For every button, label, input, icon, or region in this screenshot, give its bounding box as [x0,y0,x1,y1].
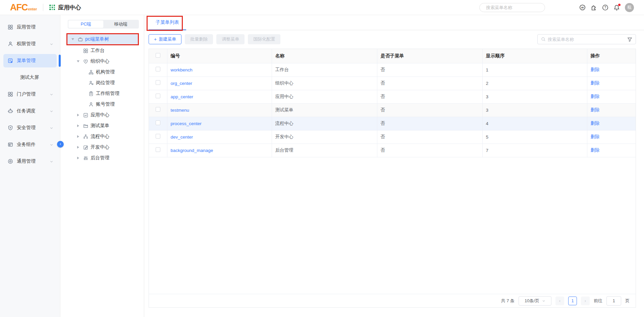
menu-code-link[interactable]: workbench [167,63,272,76]
tab-pc[interactable]: PC端 [68,20,103,28]
delete-link[interactable]: 删除 [587,130,636,144]
caret-right-icon[interactable] [76,135,80,138]
tree-node-label: 流程中心 [91,134,109,140]
help-icon[interactable]: ? [602,4,608,11]
menu-tree-panel: PC端 移动端 pc端菜单树 工作台 [60,15,144,317]
tree-node-test-menu[interactable]: 测试菜单 [60,120,144,131]
delete-link[interactable]: 删除 [587,117,636,130]
tree-node-workgroup-management[interactable]: 工作组管理 [60,88,144,99]
sliders-icon [83,156,88,161]
tab-mobile-label: 移动端 [114,21,127,27]
new-menu-button[interactable]: + 新建菜单 [149,34,181,44]
tree-node-workbench[interactable]: 工作台 [60,45,144,56]
tree-node-app-center[interactable]: 应用中心 [60,110,144,120]
display-order-value: 3 [482,90,587,103]
row-checkbox[interactable] [156,120,160,125]
tree-node-position-management[interactable]: 岗位管理 [60,77,144,88]
notification-bell-icon[interactable] [613,4,620,11]
next-page-button[interactable]: › [581,297,590,305]
sidebar-item-label: 安全管理 [17,125,50,131]
tree-node-dev-center[interactable]: 开发中心 [60,142,144,153]
tree-node-backend-management[interactable]: 后台管理 [60,153,144,163]
sidebar-collapse-button[interactable]: ‹ [57,141,64,148]
prev-page-button[interactable]: ‹ [555,297,564,305]
plugin-puzzle-icon[interactable] [591,4,597,11]
delete-link[interactable]: 删除 [587,103,636,117]
sidebar-item-security-management[interactable]: 安全管理 [3,121,57,135]
caret-right-icon[interactable] [76,114,80,116]
header-search-input[interactable] [486,5,545,10]
row-checkbox[interactable] [156,94,160,98]
menu-code-link[interactable]: dev_center [167,130,272,144]
select-all-checkbox[interactable] [156,53,160,58]
tree-node-process-center[interactable]: 流程中心 [60,131,144,142]
menu-code-link[interactable]: app_center [167,90,272,103]
display-order-value: 7 [482,144,587,157]
main-content: 子菜单列表 + 新建菜单 批量删除 调整菜单 国际化配置 [144,15,644,317]
batch-delete-button[interactable]: 批量删除 [185,34,213,44]
chevron-down-icon [50,160,53,163]
row-checkbox[interactable] [156,80,160,85]
sidebar-item-app-management[interactable]: 应用管理 [3,20,57,34]
afcenter-logo[interactable]: AFC enter [10,2,37,13]
sidebar-item-label: 门户管理 [17,91,50,97]
menu-code-link[interactable]: org_center [167,76,272,90]
is-submenu-value: 否 [377,63,482,76]
caret-down-icon[interactable] [70,38,75,40]
tree-node-institution-management[interactable]: 机构管理 [60,67,144,77]
delete-link[interactable]: 删除 [587,76,636,90]
delete-link[interactable]: 删除 [587,144,636,157]
row-checkbox[interactable] [156,134,160,139]
col-header-code: 编号 [167,49,272,63]
ai-assistant-icon[interactable]: AI [579,4,586,11]
caret-right-icon[interactable] [76,124,80,127]
menu-code-link[interactable]: background_manage [167,144,272,157]
filter-funnel-icon[interactable] [627,37,632,42]
tree-node-org-center[interactable]: 组织中心 [60,56,144,67]
apps-grid-icon [8,24,13,30]
row-checkbox[interactable] [156,107,160,112]
tree-root-pc-menu-tree[interactable]: pc端菜单树 [67,34,138,44]
delete-link[interactable]: 删除 [587,63,636,76]
caret-right-icon[interactable] [76,157,80,159]
chevron-down-icon [542,299,545,303]
app-title-text: 应用中心 [58,4,81,11]
sidebar-item-test-screen[interactable]: 测试大屏 [3,71,57,84]
header-search[interactable] [479,3,545,12]
new-menu-label: 新建菜单 [159,36,176,42]
table-row: process_center 流程中心 否 4 删除 [149,117,636,130]
table-row: testmenu 测试菜单 否 3 删除 [149,103,636,117]
sidebar-item-general-management[interactable]: 通用管理 [3,155,57,168]
menu-name: 工作台 [272,63,377,76]
sidebar-item-task-scheduling[interactable]: 任务调度 [3,104,57,118]
table-search-input[interactable] [548,37,625,42]
search-icon [541,37,546,42]
adjust-menu-label: 调整菜单 [222,36,239,42]
org-chart-icon [89,70,94,75]
chevron-down-icon [50,93,53,96]
tree-node-account-management[interactable]: 账号管理 [60,99,144,110]
sidebar-item-business-components[interactable]: 业务组件 [3,138,57,151]
table-row: background_manage 后台管理 否 7 删除 [149,144,636,157]
adjust-menu-button[interactable]: 调整菜单 [216,34,245,44]
sidebar-item-permission-management[interactable]: 权限管理 [3,37,57,51]
row-checkbox[interactable] [156,67,160,71]
sidebar-item-portal-management[interactable]: 门户管理 [3,88,57,101]
delete-link[interactable]: 删除 [587,90,636,103]
goto-page-input[interactable] [606,296,621,306]
page-size-select[interactable]: 10条/页 [519,296,551,306]
tab-submenu-list[interactable]: 子菜单列表 [149,15,186,30]
clipboard-icon [89,91,94,96]
menu-code-link[interactable]: process_center [167,117,272,130]
tab-mobile[interactable]: 移动端 [103,20,138,28]
i18n-config-button[interactable]: 国际化配置 [248,34,280,44]
table-search[interactable] [537,34,636,44]
col-header-name: 名称 [272,49,377,63]
page-number-1[interactable]: 1 [568,297,577,305]
avatar[interactable]: 租 [625,3,634,12]
row-checkbox[interactable] [156,147,160,152]
caret-right-icon[interactable] [76,146,80,149]
caret-down-icon[interactable] [76,60,80,62]
sidebar-item-menu-management[interactable]: 菜单管理 [3,54,57,67]
menu-code-link[interactable]: testmenu [167,103,272,117]
